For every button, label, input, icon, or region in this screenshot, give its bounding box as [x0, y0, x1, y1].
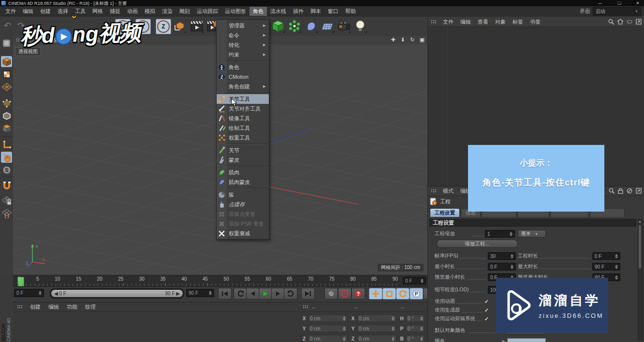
- coords-rot-h-field[interactable]: 0 °: [406, 314, 425, 322]
- pan-view-button[interactable]: ✚: [390, 36, 396, 43]
- menu-plugins[interactable]: 插件: [290, 7, 307, 16]
- dock-icon[interactable]: [636, 188, 642, 194]
- coords-size-y-field[interactable]: 0 cm: [357, 325, 396, 332]
- menu-item-skin[interactable]: 蒙皮: [217, 155, 269, 165]
- viewport-solo-button[interactable]: [1, 152, 12, 163]
- texture-mode-button[interactable]: [1, 69, 12, 80]
- subdivision-surface-button[interactable]: [287, 19, 302, 33]
- scale-project-button[interactable]: 缩放工程...: [437, 240, 518, 248]
- coords-size-x-field[interactable]: 0 cm: [357, 314, 396, 322]
- convert-editable-button[interactable]: [1, 38, 12, 49]
- enable-snap-button[interactable]: [1, 180, 12, 191]
- keyframe-selection-button[interactable]: [324, 288, 338, 299]
- search-icon[interactable]: [608, 19, 614, 25]
- coords-pos-z-field[interactable]: 0 cm: [308, 335, 348, 342]
- material-menu-edit[interactable]: 编辑: [48, 303, 59, 311]
- add-cube-button[interactable]: [271, 19, 285, 33]
- coords-pos-y-field[interactable]: 0 cm: [308, 325, 348, 332]
- close-button[interactable]: ×: [632, 0, 643, 6]
- project-duration-field[interactable]: 0 F: [592, 252, 620, 260]
- use-generators-checkbox[interactable]: ✓: [484, 307, 489, 314]
- edges-mode-button[interactable]: [1, 110, 12, 121]
- om-menu-bookmarks[interactable]: 书签: [530, 18, 541, 26]
- fps-field[interactable]: 30: [488, 252, 516, 260]
- record-active-objects-button[interactable]: [338, 288, 351, 299]
- preview-range-slider[interactable]: ◀ 0 F 90 F ▶: [50, 288, 184, 299]
- spline-pen-button[interactable]: [304, 19, 318, 33]
- menu-sculpt[interactable]: 雕刻: [176, 7, 193, 16]
- menu-item-command[interactable]: 命令▶: [217, 30, 269, 40]
- auto-keyframing-button[interactable]: ?: [351, 288, 365, 299]
- menu-pipeline[interactable]: 流水线: [267, 7, 290, 16]
- menu-character[interactable]: 角色: [249, 7, 267, 16]
- menu-item-weight-tool[interactable]: 权重工具: [217, 133, 269, 142]
- timeline-ruler[interactable]: 0510 152025 303540 455055 606570 758085 …: [13, 275, 427, 287]
- om-menu-file[interactable]: 文件: [443, 18, 454, 26]
- record-position-toggle[interactable]: [369, 288, 382, 299]
- menu-item-weight-falloff[interactable]: 权重衰减: [217, 228, 269, 238]
- menu-create[interactable]: 创建: [37, 7, 54, 16]
- go-to-previous-key-button[interactable]: [234, 288, 247, 299]
- go-to-next-frame-button[interactable]: [271, 288, 285, 299]
- quantize-button[interactable]: ( ): [1, 208, 12, 219]
- record-parameter-toggle[interactable]: P: [410, 288, 423, 299]
- coords-size-z-field[interactable]: 0 cm: [357, 335, 396, 342]
- zoom-view-button[interactable]: ⬇: [399, 36, 406, 43]
- om-menu-tags[interactable]: 标签: [512, 18, 523, 26]
- coords-rot-b-field[interactable]: 0 °: [406, 335, 425, 342]
- home-icon[interactable]: [617, 19, 623, 25]
- dock-icon[interactable]: [636, 19, 642, 25]
- scroll-up-icon[interactable]: ▲: [638, 220, 642, 223]
- lock-z-axis-button[interactable]: Z: [156, 19, 171, 34]
- menu-simulate[interactable]: 模拟: [141, 7, 159, 16]
- menu-script[interactable]: 脚本: [307, 7, 324, 16]
- section-project-settings[interactable]: 工程设置: [429, 219, 636, 227]
- menu-item-character[interactable]: 角色: [217, 62, 269, 72]
- go-to-previous-frame-button[interactable]: [246, 288, 260, 299]
- om-menu-view[interactable]: 查看: [478, 18, 488, 26]
- menu-edit[interactable]: 编辑: [19, 7, 37, 16]
- search-icon[interactable]: [609, 188, 615, 194]
- panel-grip-icon[interactable]: [431, 189, 436, 193]
- material-menu-texture[interactable]: 纹理: [85, 303, 96, 311]
- panel-grip-icon[interactable]: [17, 305, 22, 309]
- menu-item-constraint[interactable]: 约束▶: [217, 50, 269, 59]
- coords-col2-header[interactable]: --: [354, 304, 401, 310]
- filter-icon[interactable]: [627, 20, 632, 24]
- rotate-view-button[interactable]: ↻: [409, 36, 416, 43]
- use-animation-checkbox[interactable]: ✓: [484, 299, 489, 305]
- menu-mograph[interactable]: 运动图形: [221, 7, 249, 16]
- lock-icon[interactable]: [618, 188, 623, 194]
- menu-item-point-cache[interactable]: 点缓存: [217, 200, 269, 209]
- polygons-mode-button[interactable]: [1, 123, 12, 134]
- menu-item-paint-tool[interactable]: 绘制工具: [217, 123, 269, 133]
- interface-dropdown[interactable]: 启动 ▼: [593, 7, 641, 15]
- toggle-view-button[interactable]: ▣: [419, 36, 425, 43]
- go-to-start-button[interactable]: [218, 288, 232, 299]
- menu-snap[interactable]: 捕捉: [106, 7, 124, 16]
- material-menu-create[interactable]: 创建: [30, 303, 41, 311]
- am-object-row[interactable]: ! 工程: [430, 198, 451, 205]
- panel-grip-icon[interactable]: [303, 305, 308, 309]
- go-to-next-key-button[interactable]: [284, 288, 297, 299]
- scroll-thumb[interactable]: [639, 225, 641, 269]
- menu-item-cluster[interactable]: 簇: [217, 190, 269, 200]
- panel-grip-icon[interactable]: [431, 20, 436, 24]
- use-motion-system-checkbox[interactable]: ✓: [484, 316, 489, 322]
- coords-pos-x-field[interactable]: 0 cm: [308, 314, 348, 322]
- project-scale-field[interactable]: 1: [485, 230, 515, 238]
- menu-item-convert[interactable]: 转化▶: [217, 40, 269, 50]
- render-view-button[interactable]: [190, 19, 204, 33]
- menu-select[interactable]: 选择: [54, 7, 72, 16]
- ruler-frame-field[interactable]: 0 F: [403, 277, 426, 285]
- play-button[interactable]: [259, 288, 272, 299]
- coords-rot-p-field[interactable]: 0 °: [406, 325, 425, 332]
- menu-render[interactable]: 渲染: [159, 7, 176, 16]
- menu-item-joint[interactable]: 关节: [217, 145, 269, 155]
- preview-range-bar[interactable]: ◀ 0 F 90 F ▶: [51, 290, 183, 297]
- menu-item-cmotion[interactable]: CMotion: [217, 72, 269, 82]
- record-rotation-toggle[interactable]: [396, 288, 410, 299]
- light-button[interactable]: [353, 19, 367, 33]
- snap-settings-button[interactable]: S: [1, 164, 12, 175]
- menu-item-character-create[interactable]: 角色创建▶: [217, 82, 269, 91]
